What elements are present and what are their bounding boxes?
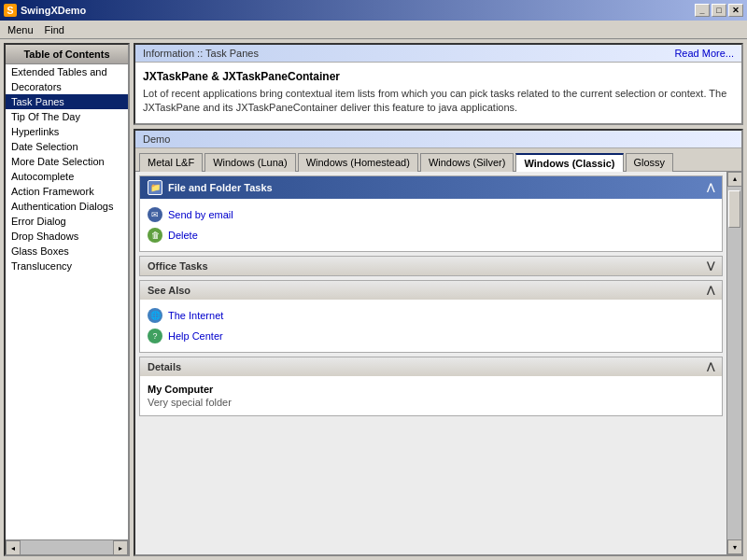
task-help-center-label: Help Center: [168, 330, 223, 342]
demo-pane: Demo Metal L&F Windows (Luna) Windows (H…: [134, 129, 743, 556]
tab-homestead[interactable]: Windows (Homestead): [298, 153, 418, 172]
email-icon: ✉: [148, 207, 162, 222]
menu-menu[interactable]: Menu: [2, 22, 39, 37]
info-heading: JXTaskPane & JXTaskPaneContainer: [143, 70, 734, 83]
toc-item-extended[interactable]: Extended Tables and: [6, 64, 128, 79]
section-office-header[interactable]: Office Tasks ⋁: [140, 257, 722, 275]
help-icon: ?: [148, 329, 162, 343]
task-send-email-label: Send by email: [168, 209, 233, 220]
section-details-header[interactable]: Details ⋀: [140, 357, 722, 376]
toc-item-translucency[interactable]: Translucency: [6, 259, 128, 273]
task-internet-label: The Internet: [168, 310, 223, 321]
close-button[interactable]: ✕: [728, 4, 743, 17]
tab-metal[interactable]: Metal L&F: [139, 153, 203, 172]
menu-bar: Menu Find: [0, 21, 747, 39]
section-office: Office Tasks ⋁: [139, 256, 723, 276]
section-see-also-header[interactable]: See Also ⋀: [140, 281, 722, 300]
right-panel: Information :: Task Panes Read More... J…: [134, 43, 743, 556]
toc-item-more-date[interactable]: More Date Selection: [6, 154, 128, 169]
toc-item-task-panes[interactable]: Task Panes: [6, 94, 128, 109]
toc-item-decorators[interactable]: Decorators: [6, 79, 128, 94]
section-file-folder-title: File and Folder Tasks: [168, 182, 273, 193]
section-see-also-body: 🌐 The Internet ? Help Center: [140, 300, 722, 352]
info-pane-header: Information :: Task Panes Read More...: [135, 45, 741, 63]
scroll-right-button[interactable]: ▸: [113, 540, 128, 555]
tab-classic[interactable]: Windows (Classic): [515, 153, 623, 172]
section-details: Details ⋀ My Computer Very special folde…: [139, 357, 723, 416]
task-send-email[interactable]: ✉ Send by email: [148, 204, 714, 225]
section-details-body: My Computer Very special folder: [140, 376, 722, 415]
toc-item-date-selection[interactable]: Date Selection: [6, 139, 128, 154]
window-title: SwingXDemo: [21, 5, 86, 16]
toc-item-hyperlinks[interactable]: Hyperlinks: [6, 124, 128, 139]
toc-item-auth-dialogs[interactable]: Authentication Dialogs: [6, 199, 128, 214]
internet-icon: 🌐: [148, 308, 162, 323]
section-see-also-title: See Also: [148, 285, 190, 296]
toc-list[interactable]: Extended Tables and Decorators Task Pane…: [6, 64, 128, 539]
section-details-chevron: ⋀: [707, 361, 714, 371]
app-icon: S: [4, 4, 17, 17]
maximize-button[interactable]: □: [712, 4, 726, 17]
find-menu[interactable]: Find: [39, 22, 70, 37]
app-icon-letter: S: [7, 5, 13, 16]
delete-icon: 🗑: [148, 228, 162, 243]
section-file-folder-header[interactable]: 📁 File and Folder Tasks ⋀: [140, 176, 722, 199]
scroll-up-button[interactable]: ▴: [727, 172, 741, 187]
task-delete[interactable]: 🗑 Delete: [148, 225, 714, 245]
scroll-thumb[interactable]: [728, 190, 740, 228]
read-more-link[interactable]: Read More...: [674, 48, 734, 59]
section-file-folder-icon: 📁: [148, 180, 162, 195]
section-see-also-header-left: See Also: [148, 285, 190, 296]
section-office-title: Office Tasks: [148, 260, 208, 272]
scroll-track-vertical[interactable]: [727, 187, 741, 539]
section-details-title: Details: [148, 361, 181, 372]
info-pane-content: JXTaskPane & JXTaskPaneContainer Lot of …: [135, 63, 741, 123]
horizontal-scrollbar[interactable]: ◂ ▸: [6, 539, 128, 554]
tab-glossy[interactable]: Glossy: [626, 153, 674, 172]
tabs-bar: Metal L&F Windows (Luna) Windows (Homest…: [135, 148, 741, 171]
task-internet[interactable]: 🌐 The Internet: [148, 305, 714, 326]
section-see-also-chevron: ⋀: [707, 285, 714, 295]
scroll-down-button[interactable]: ▾: [727, 539, 741, 554]
info-pane-title: Information :: Task Panes: [143, 48, 259, 59]
minimize-button[interactable]: _: [695, 4, 710, 17]
section-file-folder-chevron: ⋀: [707, 182, 714, 192]
info-pane: Information :: Task Panes Read More... J…: [134, 43, 743, 125]
section-office-chevron: ⋁: [707, 260, 714, 271]
section-file-folder: 📁 File and Folder Tasks ⋀ ✉ Send by emai…: [139, 175, 723, 252]
tab-luna[interactable]: Windows (Luna): [204, 153, 295, 172]
demo-pane-title: Demo: [143, 133, 170, 145]
section-file-folder-header-left: 📁 File and Folder Tasks: [148, 180, 273, 195]
toc-item-glass-boxes[interactable]: Glass Boxes: [6, 244, 128, 259]
toc-item-drop-shadows[interactable]: Drop Shadows: [6, 229, 128, 244]
section-office-header-left: Office Tasks: [148, 260, 208, 272]
info-body: Lot of recent applications bring context…: [143, 87, 734, 116]
section-details-header-left: Details: [148, 361, 181, 372]
title-bar: S SwingXDemo _ □ ✕: [0, 0, 747, 21]
toc-item-action-framework[interactable]: Action Framework: [6, 184, 128, 199]
toc-header: Table of Contents: [6, 45, 128, 64]
task-pane-container[interactable]: 📁 File and Folder Tasks ⋀ ✉ Send by emai…: [135, 172, 726, 554]
demo-pane-header: Demo: [135, 131, 741, 148]
demo-content: 📁 File and Folder Tasks ⋀ ✉ Send by emai…: [135, 171, 741, 554]
toc-item-error-dialog[interactable]: Error Dialog: [6, 214, 128, 229]
details-title: My Computer: [148, 384, 714, 395]
section-see-also: See Also ⋀ 🌐 The Internet ? Help Ce: [139, 280, 723, 353]
task-delete-label: Delete: [168, 230, 198, 241]
title-bar-buttons: _ □ ✕: [695, 4, 743, 17]
toc-item-tip[interactable]: Tip Of The Day: [6, 109, 128, 124]
details-text: Very special folder: [148, 397, 714, 408]
scroll-left-button[interactable]: ◂: [6, 540, 21, 555]
main-area: Table of Contents Extended Tables and De…: [0, 39, 747, 560]
toc-item-autocomplete[interactable]: Autocomplete: [6, 169, 128, 184]
section-file-folder-body: ✉ Send by email 🗑 Delete: [140, 199, 722, 251]
task-help-center[interactable]: ? Help Center: [148, 326, 714, 346]
sidebar: Table of Contents Extended Tables and De…: [4, 43, 130, 556]
vertical-scrollbar[interactable]: ▴ ▾: [726, 172, 741, 554]
tab-silver[interactable]: Windows (Silver): [420, 153, 514, 172]
scroll-track[interactable]: [21, 540, 113, 554]
toc-title: Table of Contents: [23, 49, 109, 60]
